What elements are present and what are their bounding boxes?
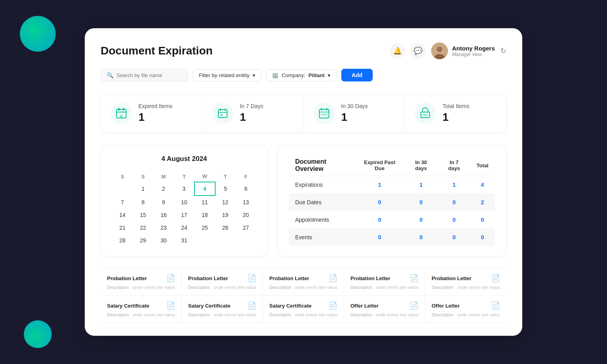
doc-list-item-0-4[interactable]: Probation Letter 📄 Description unde omni…	[425, 268, 506, 296]
doc-row-val-1-1[interactable]: 0	[404, 194, 438, 211]
calendar-day-7[interactable]: 7	[112, 196, 133, 209]
search-input[interactable]	[117, 72, 182, 78]
calendar-day-11[interactable]: 11	[195, 196, 215, 209]
calendar-day-6[interactable]: 6	[235, 182, 256, 196]
doc-row-val-3-3[interactable]: 0	[470, 228, 495, 246]
doc-row-label-2: Appointments	[289, 211, 355, 228]
doc-list-item-0-2[interactable]: Probation Letter 📄 Description unde omni…	[263, 268, 344, 296]
doc-list-item-1-0[interactable]: Salary Certificate 📄 Description unde om…	[101, 296, 182, 323]
doc-list-item-0-0[interactable]: Probation Letter 📄 Description unde omni…	[101, 268, 182, 296]
main-card: Document Expiration 🔔 💬 Antony Rogers	[85, 28, 522, 336]
stat-label-total: Total Items	[442, 103, 469, 109]
calendar-day-10[interactable]: 10	[174, 196, 195, 209]
doc-row-val-2-0[interactable]: 0	[355, 211, 404, 228]
calendar-day-1[interactable]: 1	[133, 182, 154, 196]
svg-rect-4	[118, 108, 120, 110]
refresh-icon[interactable]: ↻	[500, 46, 506, 55]
day-header-s1: S	[112, 171, 133, 182]
calendar-day-17[interactable]: 17	[174, 209, 195, 221]
calendar-day-24[interactable]: 24	[174, 221, 195, 234]
day-header-w: W	[195, 171, 215, 182]
stat-value-expired: 1	[138, 111, 173, 124]
calendar-day-25[interactable]: 25	[195, 221, 215, 234]
doc-file-icon: 📄	[491, 301, 500, 310]
doc-list-item-0-1[interactable]: Probation Letter 📄 Description unde omni…	[182, 268, 263, 296]
calendar-day-2[interactable]: 2	[153, 182, 174, 196]
doc-row-val-1-2[interactable]: 0	[438, 194, 470, 211]
doc-item-name: Probation Letter	[107, 275, 147, 281]
calendar-day-4[interactable]: 4	[195, 182, 215, 196]
doc-file-icon: 📄	[166, 301, 175, 310]
calendar-day-22[interactable]: 22	[133, 221, 154, 234]
doc-item-desc-val: unde omnis iste natus	[376, 312, 418, 317]
svg-rect-16	[321, 108, 322, 110]
doc-row-val-3-2[interactable]: 0	[438, 228, 470, 246]
calendar-day-20[interactable]: 20	[235, 209, 256, 221]
calendar-day-26[interactable]: 26	[215, 221, 236, 234]
doc-row-val-0-3[interactable]: 4	[470, 176, 495, 194]
calendar-day-13[interactable]: 13	[235, 196, 256, 209]
calendar-day-27[interactable]: 27	[235, 221, 256, 234]
user-profile[interactable]: Antony Rogers Manager view	[431, 43, 495, 59]
calendar-day-19[interactable]: 19	[215, 209, 236, 221]
calendar-day-31[interactable]: 31	[174, 234, 195, 247]
calendar-day-12[interactable]: 12	[215, 196, 236, 209]
doc-row-val-0-0[interactable]: 1	[355, 176, 404, 194]
doc-item-desc: Description	[432, 312, 453, 317]
search-box: 🔍	[101, 69, 188, 81]
calendar-day-30[interactable]: 30	[153, 234, 174, 247]
calendar-day-21[interactable]: 21	[112, 221, 133, 234]
doc-list-item-0-3[interactable]: Probation Letter 📄 Description unde omni…	[344, 268, 425, 296]
doc-row-val-2-1[interactable]: 0	[404, 211, 438, 228]
calendar-day-14[interactable]: 14	[112, 209, 133, 221]
doc-row-val-0-1[interactable]: 1	[404, 176, 438, 194]
stat-icon-30days	[313, 103, 335, 124]
bell-icon: 🔔	[393, 46, 402, 55]
calendar-day-16[interactable]: 16	[153, 209, 174, 221]
stats-row: ! Expired Items 1 In 7 Days 1	[101, 94, 506, 132]
doc-file-icon: 📄	[247, 301, 256, 310]
calendar-grid: S S M T W T F 12345678910111213141516171…	[112, 171, 256, 247]
doc-list-item-1-2[interactable]: Salary Certificate 📄 Description unde om…	[263, 296, 344, 323]
calendar-empty	[195, 234, 215, 247]
svg-rect-13	[220, 114, 222, 116]
doc-col-type: Document Overview	[289, 155, 355, 176]
calendar-day-3[interactable]: 3	[174, 182, 195, 196]
add-button[interactable]: Add	[341, 69, 373, 81]
doc-row-val-1-3[interactable]: 2	[470, 194, 495, 211]
doc-list-item-1-3[interactable]: Offer Letter 📄 Description unde omnis is…	[344, 296, 425, 323]
doc-file-icon: 📄	[410, 274, 418, 283]
doc-item-desc-val: unde omnis iste natus	[295, 312, 337, 317]
doc-row-val-3-1[interactable]: 0	[404, 228, 438, 246]
stat-icon-7days	[212, 103, 233, 124]
calendar-day-8[interactable]: 8	[133, 196, 154, 209]
doc-list-item-1-4[interactable]: Offer Letter 📄 Description unde omnis is…	[425, 296, 506, 323]
avatar	[431, 43, 448, 59]
notification-button[interactable]: 🔔	[390, 43, 405, 58]
doc-row-val-2-2[interactable]: 0	[438, 211, 470, 228]
doc-row-val-0-2[interactable]: 1	[438, 176, 470, 194]
doc-item-name: Salary Certificate	[269, 303, 311, 309]
doc-row-val-2-3[interactable]: 0	[470, 211, 495, 228]
stat-7days: In 7 Days 1	[202, 95, 304, 132]
toolbar: 🔍 Filter by related enitity ▾ 🏢 Company:…	[101, 69, 506, 81]
company-button[interactable]: 🏢 Company: Pittant ▾	[266, 69, 337, 81]
calendar-day-9[interactable]: 9	[153, 196, 174, 209]
doc-overview-table: Document Overview Expired Past Due In 30…	[289, 155, 495, 246]
stat-30days: In 30 Days 1	[304, 95, 405, 132]
search-icon: 🔍	[107, 72, 113, 78]
calendar-day-5[interactable]: 5	[215, 182, 236, 196]
doc-item-desc: Description	[188, 312, 210, 317]
calendar-day-15[interactable]: 15	[133, 209, 154, 221]
calendar-day-18[interactable]: 18	[195, 209, 215, 221]
doc-row-val-1-0[interactable]: 0	[355, 194, 404, 211]
doc-list-item-1-1[interactable]: Salary Certificate 📄 Description unde om…	[182, 296, 263, 323]
company-icon: 🏢	[272, 72, 278, 78]
calendar-day-23[interactable]: 23	[153, 221, 174, 234]
calendar-day-29[interactable]: 29	[133, 234, 154, 247]
stat-value-total: 1	[442, 111, 469, 124]
filter-button[interactable]: Filter by related enitity ▾	[193, 69, 261, 81]
doc-row-val-3-0[interactable]: 0	[355, 228, 404, 246]
message-button[interactable]: 💬	[411, 43, 426, 58]
calendar-day-28[interactable]: 28	[112, 234, 133, 247]
